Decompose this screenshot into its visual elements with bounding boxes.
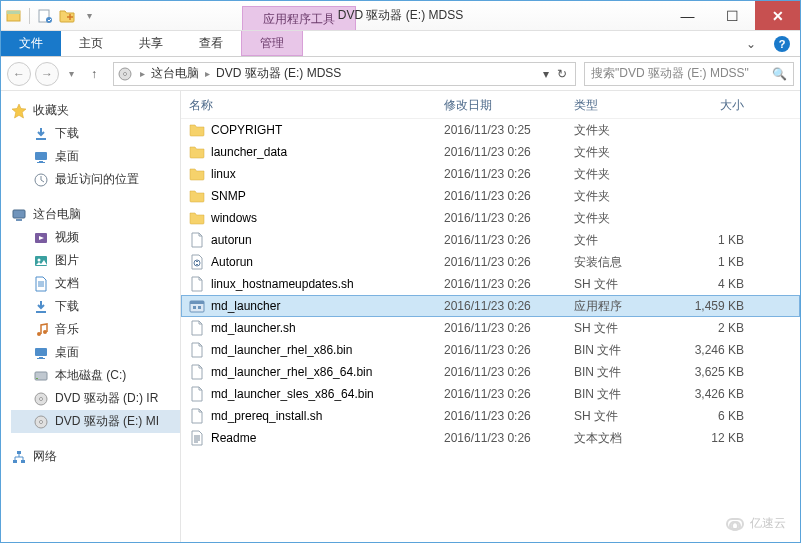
- column-header-name[interactable]: 名称: [189, 97, 444, 114]
- refresh-icon[interactable]: ↻: [557, 67, 567, 81]
- download-icon: [33, 299, 49, 315]
- file-row[interactable]: Readme2016/11/23 0:26文本文档12 KB: [181, 427, 800, 449]
- file-date: 2016/11/23 0:26: [444, 321, 574, 335]
- folder-icon: [189, 122, 205, 138]
- tab-file[interactable]: 文件: [1, 31, 61, 56]
- new-folder-icon[interactable]: [58, 7, 76, 25]
- file-row[interactable]: md_launcher.sh2016/11/23 0:26SH 文件2 KB: [181, 317, 800, 339]
- file-list[interactable]: COPYRIGHT2016/11/23 0:25文件夹launcher_data…: [181, 119, 800, 542]
- file-row[interactable]: Autorun2016/11/23 0:26安装信息1 KB: [181, 251, 800, 273]
- title-bar: ▾ 应用程序工具 DVD 驱动器 (E:) MDSS — ☐ ✕: [1, 1, 800, 31]
- file-row[interactable]: launcher_data2016/11/23 0:26文件夹: [181, 141, 800, 163]
- search-icon[interactable]: 🔍: [772, 67, 787, 81]
- sidebar-item-label: 下载: [55, 125, 79, 142]
- file-name: md_launcher_rhel_x86_64.bin: [211, 365, 372, 379]
- file-icon: [189, 232, 205, 248]
- nav-history-dropdown[interactable]: ▾: [63, 66, 79, 82]
- file-date: 2016/11/23 0:26: [444, 431, 574, 445]
- file-row[interactable]: linux2016/11/23 0:26文件夹: [181, 163, 800, 185]
- sidebar-favorites-header[interactable]: 收藏夹: [11, 99, 180, 122]
- file-name: SNMP: [211, 189, 246, 203]
- sidebar-item-documents[interactable]: 文档: [11, 272, 180, 295]
- file-date: 2016/11/23 0:26: [444, 167, 574, 181]
- file-row[interactable]: md_launcher_rhel_x86_64.bin2016/11/23 0:…: [181, 361, 800, 383]
- tab-manage[interactable]: 管理: [241, 31, 303, 56]
- file-type: SH 文件: [574, 276, 684, 293]
- file-size: 1,459 KB: [684, 299, 764, 313]
- file-row[interactable]: md_launcher2016/11/23 0:26应用程序1,459 KB: [181, 295, 800, 317]
- file-type: 文件夹: [574, 122, 684, 139]
- file-row[interactable]: md_launcher_rhel_x86.bin2016/11/23 0:26B…: [181, 339, 800, 361]
- file-date: 2016/11/23 0:26: [444, 145, 574, 159]
- search-placeholder: 搜索"DVD 驱动器 (E:) MDSS": [591, 65, 749, 82]
- sidebar-item-desktop[interactable]: 桌面: [11, 145, 180, 168]
- drive-icon: [116, 65, 134, 83]
- breadcrumb-segment[interactable]: 这台电脑: [147, 65, 203, 82]
- sidebar-computer-header[interactable]: 这台电脑: [11, 203, 180, 226]
- file-row[interactable]: windows2016/11/23 0:26文件夹: [181, 207, 800, 229]
- file-icon: [189, 320, 205, 336]
- sidebar-item-recent[interactable]: 最近访问的位置: [11, 168, 180, 191]
- file-type: BIN 文件: [574, 342, 684, 359]
- file-date: 2016/11/23 0:26: [444, 189, 574, 203]
- sidebar-item-desktop[interactable]: 桌面: [11, 341, 180, 364]
- search-input[interactable]: 搜索"DVD 驱动器 (E:) MDSS" 🔍: [584, 62, 794, 86]
- file-size: 12 KB: [684, 431, 764, 445]
- file-row[interactable]: linux_hostnameupdates.sh2016/11/23 0:26S…: [181, 273, 800, 295]
- sidebar-item-dvd-e[interactable]: DVD 驱动器 (E:) MI: [11, 410, 180, 433]
- file-row[interactable]: md_prereq_install.sh2016/11/23 0:26SH 文件…: [181, 405, 800, 427]
- file-row[interactable]: SNMP2016/11/23 0:26文件夹: [181, 185, 800, 207]
- minimize-button[interactable]: —: [665, 1, 710, 30]
- desktop-icon: [33, 345, 49, 361]
- file-icon: [189, 364, 205, 380]
- nav-up-button[interactable]: ↑: [83, 63, 105, 85]
- chevron-right-icon[interactable]: ▸: [138, 68, 147, 79]
- file-date: 2016/11/23 0:26: [444, 211, 574, 225]
- column-header-size[interactable]: 大小: [684, 97, 764, 114]
- tab-view[interactable]: 查看: [181, 31, 241, 56]
- file-date: 2016/11/23 0:26: [444, 277, 574, 291]
- sidebar-item-label: DVD 驱动器 (D:) IR: [55, 390, 158, 407]
- sidebar-item-label: 下载: [55, 298, 79, 315]
- sidebar-item-pictures[interactable]: 图片: [11, 249, 180, 272]
- file-size: 3,625 KB: [684, 365, 764, 379]
- sidebar-item-label: 图片: [55, 252, 79, 269]
- file-row[interactable]: autorun2016/11/23 0:26文件1 KB: [181, 229, 800, 251]
- nav-back-button[interactable]: ←: [7, 62, 31, 86]
- video-icon: [33, 230, 49, 246]
- file-size: 1 KB: [684, 233, 764, 247]
- file-row[interactable]: COPYRIGHT2016/11/23 0:25文件夹: [181, 119, 800, 141]
- nav-forward-button[interactable]: →: [35, 62, 59, 86]
- content-pane: 名称 修改日期 类型 大小 COPYRIGHT2016/11/23 0:25文件…: [181, 91, 800, 542]
- sidebar-item-localdisk-c[interactable]: 本地磁盘 (C:): [11, 364, 180, 387]
- chevron-right-icon[interactable]: ▸: [203, 68, 212, 79]
- sidebar-item-dvd-d[interactable]: DVD 驱动器 (D:) IR: [11, 387, 180, 410]
- column-header-date[interactable]: 修改日期: [444, 97, 574, 114]
- sidebar-item-downloads[interactable]: 下载: [11, 295, 180, 318]
- sidebar-item-music[interactable]: 音乐: [11, 318, 180, 341]
- sidebar-item-downloads[interactable]: 下载: [11, 122, 180, 145]
- sidebar-item-videos[interactable]: 视频: [11, 226, 180, 249]
- breadcrumb-segment[interactable]: DVD 驱动器 (E:) MDSS: [212, 65, 345, 82]
- sidebar-label: 收藏夹: [33, 102, 69, 119]
- disk-icon: [33, 368, 49, 384]
- maximize-button[interactable]: ☐: [710, 1, 755, 30]
- sidebar-network-header[interactable]: 网络: [11, 445, 180, 468]
- file-type: SH 文件: [574, 320, 684, 337]
- breadcrumb-dropdown-icon[interactable]: ▾: [543, 67, 549, 81]
- column-header-type[interactable]: 类型: [574, 97, 684, 114]
- file-type: SH 文件: [574, 408, 684, 425]
- tab-share[interactable]: 共享: [121, 31, 181, 56]
- help-button[interactable]: ?: [764, 31, 800, 56]
- properties-icon[interactable]: [36, 7, 54, 25]
- inf-icon: [189, 254, 205, 270]
- file-row[interactable]: md_launcher_sles_x86_64.bin2016/11/23 0:…: [181, 383, 800, 405]
- ribbon-collapse-icon[interactable]: ⌄: [738, 31, 764, 56]
- qat-dropdown-icon[interactable]: ▾: [80, 7, 98, 25]
- sidebar-item-label: 文档: [55, 275, 79, 292]
- close-button[interactable]: ✕: [755, 1, 800, 30]
- tab-home[interactable]: 主页: [61, 31, 121, 56]
- file-date: 2016/11/23 0:25: [444, 123, 574, 137]
- breadcrumb[interactable]: ▸ 这台电脑 ▸ DVD 驱动器 (E:) MDSS ▾ ↻: [113, 62, 576, 86]
- sidebar-item-label: 桌面: [55, 344, 79, 361]
